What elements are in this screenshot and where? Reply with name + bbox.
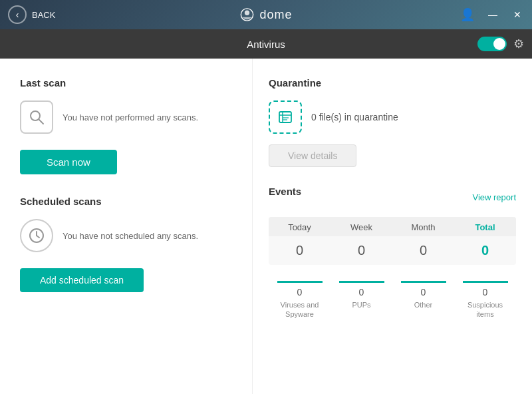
stat-value-viruses: 0 (271, 287, 328, 297)
stat-value-other: 0 (395, 287, 452, 297)
events-month-value: 0 (392, 236, 454, 265)
stat-label-pups: PUPs (333, 300, 390, 309)
events-today-value: 0 (269, 236, 331, 265)
last-scan-title: Last scan (20, 77, 232, 89)
subtitle-bar: Antivirus ⚙ (0, 29, 532, 59)
title-bar-center: dome (239, 7, 292, 22)
main-content: Last scan You have not performed any sca… (0, 59, 532, 394)
events-section: Events View report Today Week Month Tota… (269, 186, 516, 322)
events-table: Today Week Month Total 0 0 0 0 (269, 217, 516, 265)
title-bar: ‹ BACK dome 👤 — ✕ (0, 0, 532, 29)
events-col-week: Week (331, 217, 392, 236)
quarantine-info: 0 file(s) in quarantine (269, 100, 516, 134)
svg-line-3 (39, 119, 43, 124)
quarantine-title: Quarantine (269, 77, 516, 89)
left-panel: Last scan You have not performed any sca… (0, 59, 253, 394)
view-report-link[interactable]: View report (472, 192, 516, 202)
stat-label-viruses: Viruses andSpyware (271, 300, 328, 319)
app-name: dome (259, 8, 292, 22)
title-bar-left: ‹ BACK (8, 5, 55, 24)
user-icon[interactable]: 👤 (460, 7, 475, 22)
view-details-button[interactable]: View details (269, 144, 356, 167)
stat-bar-suspicious (463, 281, 508, 283)
events-header: Events View report (269, 186, 516, 209)
svg-rect-7 (279, 112, 291, 122)
stat-value-suspicious: 0 (457, 287, 513, 297)
events-header-row: Today Week Month Total (269, 217, 516, 236)
quarantine-icon (269, 100, 302, 134)
stat-label-suspicious: Suspiciousitems (457, 300, 513, 319)
svg-point-1 (245, 11, 249, 15)
dome-logo-icon (239, 7, 254, 22)
add-scheduled-scan-button[interactable]: Add scheduled scan (20, 268, 144, 292)
quarantine-text: 0 file(s) in quarantine (311, 112, 398, 122)
back-button[interactable]: ‹ (8, 5, 27, 24)
right-panel: Quarantine 0 file(s) in quarantine View … (253, 59, 532, 394)
stat-bar-other (401, 281, 446, 283)
stat-bar-pups (339, 281, 384, 283)
stat-bar-viruses (277, 281, 323, 283)
events-col-month: Month (392, 217, 454, 236)
events-total-value: 0 (454, 236, 516, 265)
antivirus-toggle[interactable] (477, 37, 507, 51)
stat-other: 0 Other (392, 278, 454, 322)
events-col-total: Total (454, 217, 516, 236)
scheduled-scans-title: Scheduled scans (20, 196, 232, 207)
events-title: Events (269, 186, 301, 197)
scheduled-text: You have not scheduled any scans. (63, 231, 198, 241)
schedule-info: You have not scheduled any scans. (20, 219, 232, 252)
events-col-today: Today (269, 217, 331, 236)
events-week-value: 0 (331, 236, 392, 265)
events-data-row: 0 0 0 0 (269, 236, 516, 265)
stat-suspicious: 0 Suspiciousitems (454, 278, 516, 322)
scan-now-button[interactable]: Scan now (20, 150, 117, 174)
clock-icon (20, 219, 53, 252)
subtitle-title: Antivirus (247, 39, 285, 50)
stat-pups: 0 PUPs (331, 278, 392, 322)
minimize-button[interactable]: — (485, 8, 500, 21)
stat-value-pups: 0 (333, 287, 390, 297)
stat-viruses: 0 Viruses andSpyware (269, 278, 331, 322)
scan-info: You have not performed any scans. (20, 100, 232, 134)
last-scan-text: You have not performed any scans. (63, 112, 198, 122)
scheduled-scans-section: Scheduled scans (20, 196, 232, 207)
scan-icon (20, 100, 53, 134)
stat-label-other: Other (395, 300, 452, 309)
bottom-stats: 0 Viruses andSpyware 0 PUPs 0 Other 0 Su… (269, 278, 516, 322)
title-bar-right: 👤 — ✕ (460, 7, 524, 22)
toggle-knob (493, 38, 505, 50)
settings-icon[interactable]: ⚙ (513, 37, 524, 51)
quarantine-section: Quarantine 0 file(s) in quarantine View … (269, 77, 516, 167)
close-button[interactable]: ✕ (511, 8, 524, 21)
subtitle-controls: ⚙ (477, 37, 524, 51)
back-label: BACK (32, 10, 55, 20)
svg-line-6 (37, 236, 39, 238)
